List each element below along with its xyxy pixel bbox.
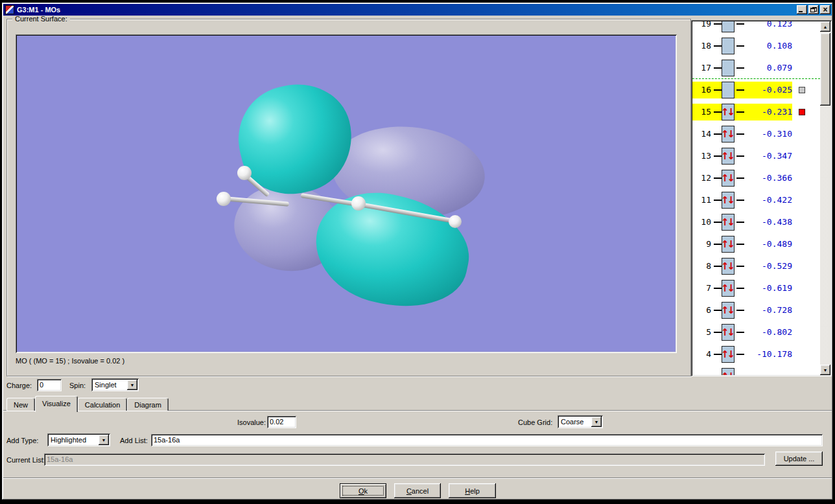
mo-row-6[interactable]: 6↑↓-0.728: [692, 299, 820, 321]
minimize-button[interactable]: [797, 5, 807, 14]
mo-list-scrollbar[interactable]: ▲ ▼: [820, 21, 830, 375]
mo-number: 6: [692, 299, 711, 321]
mo-row-12[interactable]: 12↑↓-0.366: [692, 167, 820, 189]
level-tick: [714, 23, 722, 25]
spin-label: Spin:: [69, 382, 86, 390]
add-type-dropdown[interactable]: Highlighted ▼: [47, 433, 110, 446]
mo-occupancy-box[interactable]: ↑↓: [722, 104, 735, 120]
spin-down-arrow: ↓: [727, 218, 736, 227]
add-type-dropdown-button[interactable]: ▼: [99, 435, 109, 445]
mo-viewport[interactable]: [16, 34, 677, 353]
hydrogen-atom: [351, 196, 366, 211]
spin-down-arrow: ↓: [727, 130, 736, 139]
charge-label: Charge:: [6, 382, 32, 390]
mo-energy: -0.347: [744, 145, 792, 167]
cancel-button[interactable]: Cancel: [394, 483, 441, 498]
mo-row-15[interactable]: 15↑↓-0.231: [692, 101, 820, 123]
help-button[interactable]: Help: [449, 483, 496, 498]
scrollbar-thumb[interactable]: [820, 33, 830, 106]
mo-occupancy-box[interactable]: ↑↓: [722, 258, 735, 275]
level-tick: [736, 23, 744, 25]
mo-occupancy-box[interactable]: ↑↓: [722, 148, 735, 165]
mo-occupancy-box[interactable]: ↑↓: [722, 346, 735, 363]
chevron-down-icon: ▼: [102, 438, 106, 442]
level-tick: [736, 155, 744, 157]
level-tick: [714, 89, 722, 91]
mo-occupancy-box[interactable]: ↑↓: [722, 324, 735, 341]
spin-down-arrow: ↓: [727, 350, 736, 360]
tab-visualize[interactable]: Visualize: [35, 396, 78, 412]
ok-button[interactable]: Ok: [340, 483, 386, 498]
level-tick: [736, 288, 744, 289]
level-tick: [736, 133, 744, 135]
mo-energy: -0.619: [744, 277, 792, 299]
mo-row-11[interactable]: 11↑↓-0.422: [692, 189, 820, 211]
charge-input[interactable]: 0: [37, 379, 62, 391]
current-list-label: Current List:: [6, 456, 45, 464]
mo-occupancy-box[interactable]: [722, 82, 735, 98]
level-tick: [736, 178, 744, 179]
spin-value: Singlet: [95, 381, 117, 389]
mo-row-7[interactable]: 7↑↓-0.619: [692, 277, 820, 299]
scroll-up-button[interactable]: ▲: [820, 21, 830, 32]
mo-row-19[interactable]: 190.123: [692, 21, 820, 35]
add-list-input[interactable]: 15a-16a: [151, 434, 823, 446]
level-tick: [714, 45, 722, 47]
restore-button[interactable]: [808, 5, 819, 14]
mo-occupancy-box[interactable]: ↑↓: [722, 236, 735, 253]
level-tick: [736, 200, 744, 201]
mo-occupancy-box[interactable]: [722, 21, 735, 32]
mo-row-18[interactable]: 180.108: [692, 35, 820, 57]
help-button-label: Help: [465, 487, 480, 495]
tab-diagram[interactable]: Diagram: [127, 398, 169, 411]
mo-occupancy-box[interactable]: ↑↓: [722, 280, 735, 297]
mo-number: 17: [692, 57, 711, 79]
level-tick: [736, 354, 744, 355]
update-button[interactable]: Update ...: [775, 452, 823, 466]
mo-row-8[interactable]: 8↑↓-0.529: [692, 255, 820, 277]
isovalue-input[interactable]: 0.02: [267, 416, 296, 428]
mo-row-partial[interactable]: ↑↓: [692, 365, 820, 375]
marker-gray[interactable]: [799, 87, 805, 93]
tab-calculation[interactable]: Calculation: [78, 398, 127, 411]
tab-new[interactable]: New: [6, 398, 35, 411]
mo-number: [692, 365, 711, 375]
mo-number: 9: [692, 233, 711, 255]
spin-dropdown-button[interactable]: ▼: [127, 380, 137, 390]
mo-occupancy-box[interactable]: ↑↓: [722, 214, 735, 231]
level-tick: [714, 67, 722, 69]
mo-row-10[interactable]: 10↑↓-0.438: [692, 211, 820, 233]
spin-down-arrow: ↓: [727, 284, 736, 293]
level-tick: [736, 310, 744, 311]
cancel-button-label: Cancel: [406, 487, 429, 495]
mo-row-16[interactable]: 16-0.025: [692, 79, 820, 101]
mo-occupancy-box[interactable]: [722, 38, 735, 54]
mo-row-5[interactable]: 5↑↓-0.802: [692, 321, 820, 343]
scroll-down-button[interactable]: ▼: [820, 365, 830, 375]
titlebar[interactable]: G3:M1 - MOs ×: [3, 4, 832, 16]
mo-row-14[interactable]: 14↑↓-0.310: [692, 123, 820, 145]
close-button[interactable]: ×: [820, 5, 830, 14]
app-icon: [5, 5, 14, 14]
mo-energy-panel: 190.123180.108170.07916-0.02515↑↓-0.2311…: [691, 20, 832, 376]
homo-lumo-separator: [692, 78, 820, 79]
mo-number: 16: [692, 79, 711, 101]
cube-grid-dropdown-button[interactable]: ▼: [591, 417, 602, 427]
mo-number: 19: [692, 21, 711, 35]
mo-number: 4: [692, 343, 711, 365]
mos-window: G3:M1 - MOs × Current Surface:: [2, 3, 833, 500]
cube-grid-dropdown[interactable]: Coarse ▼: [558, 415, 603, 428]
add-type-value: Highlighted: [51, 436, 86, 444]
mo-row-4[interactable]: 4↑↓-10.178: [692, 343, 820, 365]
mo-occupancy-box[interactable]: ↑↓: [722, 368, 735, 375]
mo-occupancy-box[interactable]: ↑↓: [722, 192, 735, 209]
mo-occupancy-box[interactable]: ↑↓: [722, 302, 735, 319]
mo-occupancy-box[interactable]: [722, 60, 735, 76]
mo-row-9[interactable]: 9↑↓-0.489: [692, 233, 820, 255]
spin-dropdown[interactable]: Singlet ▼: [91, 378, 139, 391]
marker-red[interactable]: [799, 109, 805, 115]
mo-occupancy-box[interactable]: ↑↓: [722, 126, 735, 143]
mo-row-13[interactable]: 13↑↓-0.347: [692, 145, 820, 167]
mo-occupancy-box[interactable]: ↑↓: [722, 170, 735, 187]
mo-row-17[interactable]: 170.079: [692, 57, 820, 79]
